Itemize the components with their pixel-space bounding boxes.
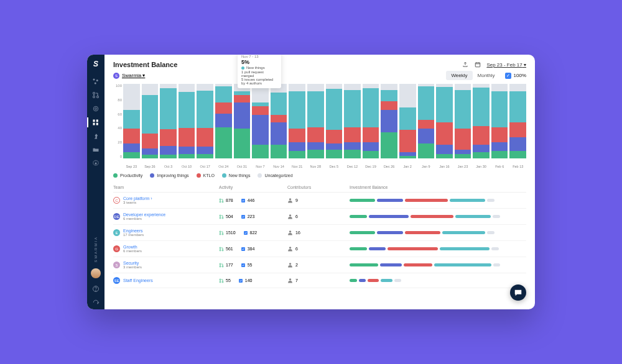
- org-badge: S: [113, 73, 119, 79]
- bar-Dec-12[interactable]: [344, 84, 361, 158]
- nav-chess-icon[interactable]: [87, 129, 104, 143]
- team-link[interactable]: Staff Engineers: [123, 278, 153, 283]
- bar-Jan-23[interactable]: [455, 84, 471, 158]
- bar-Sep-23[interactable]: [123, 84, 140, 158]
- svg-point-33: [222, 250, 223, 251]
- toggle-weekly[interactable]: Weekly: [446, 71, 472, 80]
- calendar-icon[interactable]: [474, 61, 481, 68]
- svg-point-22: [220, 217, 221, 219]
- svg-rect-10: [96, 120, 98, 122]
- svg-point-5: [97, 96, 99, 98]
- nav-target-icon[interactable]: [87, 102, 104, 116]
- chart-legend: ProductivityImproving thingsKTLONew thin…: [104, 168, 535, 183]
- nav-home-icon[interactable]: [87, 75, 104, 88]
- bar-Oct-3[interactable]: [160, 84, 177, 158]
- svg-rect-9: [93, 123, 95, 125]
- svg-point-45: [289, 278, 291, 280]
- date-range-picker[interactable]: Sep 23 - Feb 17 ▾: [486, 62, 526, 68]
- bar-Nov-7[interactable]: [252, 84, 269, 158]
- svg-point-36: [220, 263, 221, 265]
- svg-point-18: [222, 201, 223, 202]
- svg-point-0: [93, 79, 95, 81]
- breadcrumb-link[interactable]: Swarmia ▾: [122, 73, 145, 78]
- svg-point-12: [95, 163, 97, 165]
- breadcrumb-row: S Swarmia ▾ Weekly Monthly ✓ 100%: [104, 71, 535, 84]
- svg-point-38: [222, 266, 223, 267]
- app-logo: S: [93, 60, 98, 68]
- svg-point-7: [95, 108, 97, 110]
- bar-Oct-17[interactable]: [197, 84, 213, 158]
- svg-point-43: [222, 281, 223, 283]
- bar-Oct-31[interactable]: [234, 84, 251, 158]
- svg-point-16: [220, 199, 221, 200]
- nav-folder-icon[interactable]: [87, 143, 104, 157]
- export-icon[interactable]: [462, 61, 469, 68]
- team-link[interactable]: Growth: [123, 245, 142, 249]
- chart-tooltip: Nov 7 - 13 5% New things 1 pull request …: [238, 55, 281, 88]
- legend-ktlo[interactable]: KTLO: [197, 173, 215, 178]
- app-window: S SWARMIA Investment Balance Sep 23 - Fe…: [87, 55, 535, 309]
- svg-point-35: [289, 247, 291, 248]
- bar-Jan-16[interactable]: [436, 84, 453, 158]
- svg-rect-11: [96, 123, 98, 125]
- bar-Feb-13[interactable]: [509, 84, 526, 158]
- teams-table: Team Activity Contributors Investment Ba…: [104, 183, 535, 309]
- user-avatar[interactable]: [91, 268, 101, 278]
- legend-productivity[interactable]: Productivity: [113, 173, 142, 178]
- svg-point-20: [289, 198, 291, 200]
- bar-Jan-30[interactable]: [473, 84, 490, 158]
- table-row[interactable]: DEDeveloper experience6 members5042236: [113, 209, 526, 225]
- svg-point-28: [222, 234, 223, 235]
- y-axis: 100806040200: [113, 84, 123, 165]
- legend-uncategorized[interactable]: Uncategorized: [258, 173, 292, 178]
- pct-checkbox[interactable]: ✓: [505, 73, 511, 79]
- sidebar: S SWARMIA: [87, 55, 104, 309]
- main-content: Investment Balance Sep 23 - Feb 17 ▾ S S…: [104, 55, 535, 309]
- svg-point-27: [220, 234, 221, 235]
- pct-label: 100%: [514, 73, 526, 78]
- bar-Jan-9[interactable]: [418, 84, 435, 158]
- table-row[interactable]: SSecurity3 members177552: [113, 257, 526, 273]
- table-row[interactable]: EEngineers17 members151082216: [113, 225, 526, 241]
- nav-refresh-icon[interactable]: [87, 296, 104, 309]
- chart-bars: [123, 84, 526, 165]
- team-link[interactable]: Core platform ›: [123, 196, 152, 201]
- bar-Nov-14[interactable]: [271, 84, 287, 158]
- svg-rect-15: [476, 63, 481, 67]
- table-row[interactable]: СCore platform ›3 teams8784469: [113, 193, 526, 209]
- svg-point-2: [95, 83, 96, 84]
- legend-new-things[interactable]: New things: [222, 173, 251, 178]
- svg-point-26: [220, 231, 221, 232]
- bar-Sep-26[interactable]: [142, 84, 159, 158]
- toggle-monthly[interactable]: Monthly: [473, 71, 500, 80]
- bar-Nov-28[interactable]: [307, 84, 324, 158]
- team-link[interactable]: Engineers: [123, 229, 144, 233]
- table-row[interactable]: SEStaff Engineers551407: [113, 273, 526, 288]
- svg-point-30: [289, 230, 291, 232]
- bar-Feb-6[interactable]: [491, 84, 508, 158]
- svg-point-3: [93, 93, 95, 94]
- bar-Dec-19[interactable]: [363, 84, 379, 158]
- bar-Dec-5[interactable]: [326, 84, 343, 158]
- bar-Oct-24[interactable]: [215, 84, 232, 158]
- bar-Nov-21[interactable]: [289, 84, 305, 158]
- team-link[interactable]: Developer experience: [123, 212, 165, 217]
- nav-pr-icon[interactable]: [87, 88, 104, 102]
- page-title: Investment Balance: [113, 61, 177, 68]
- bar-Dec-26[interactable]: [381, 84, 397, 158]
- svg-point-42: [220, 281, 221, 283]
- bar-Jan-2[interactable]: [399, 84, 416, 158]
- nav-settings-icon[interactable]: [87, 157, 104, 170]
- svg-point-37: [220, 266, 221, 267]
- svg-rect-8: [93, 120, 95, 122]
- bar-Oct-10[interactable]: [179, 84, 195, 158]
- svg-point-4: [93, 96, 95, 98]
- svg-point-31: [220, 247, 221, 248]
- nav-balance-icon[interactable]: [87, 116, 104, 129]
- legend-improving-things[interactable]: Improving things: [150, 173, 188, 178]
- nav-help-icon[interactable]: [87, 282, 104, 296]
- team-link[interactable]: Security: [123, 261, 142, 265]
- table-row[interactable]: GGrowth6 members5613846: [113, 241, 526, 257]
- brand-vertical: SWARMIA: [94, 236, 98, 262]
- chat-fab[interactable]: [510, 284, 526, 301]
